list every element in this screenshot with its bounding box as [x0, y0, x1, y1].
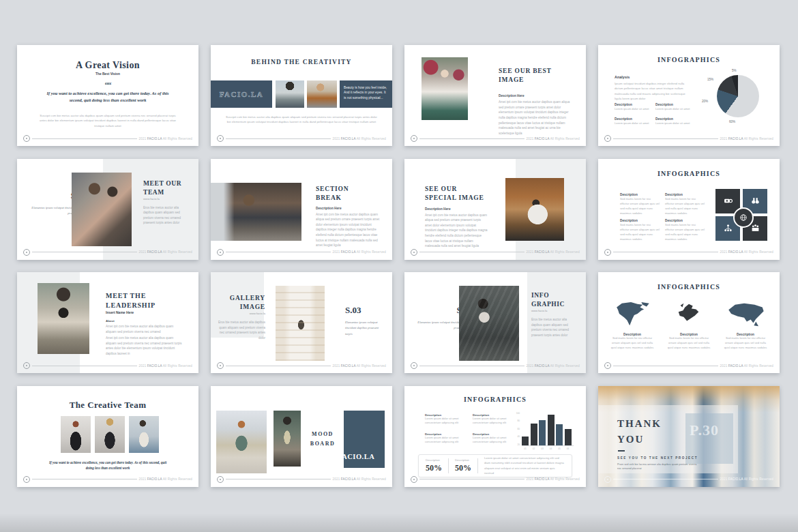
bar: [539, 420, 546, 445]
page-number: P.30: [690, 422, 719, 439]
footer-progress-marker: [604, 362, 611, 369]
slide-grid: A Great Vision The Best Vision ““ If you…: [0, 0, 798, 532]
website-url: www.facio.la: [143, 197, 160, 201]
footer-progress-marker: [411, 249, 417, 256]
slide-03-see-our-best-image: SEE OUR BEST IMAGE Description Here Amet…: [404, 45, 586, 146]
side-text: Elementus ipsum volutpat tincidunt dapib…: [345, 320, 385, 337]
footer-progress-marker: [411, 362, 417, 369]
footer-text: 2021 FACIO.LA All Rights Reserved: [139, 137, 192, 141]
slide-07-see-our-special-image: SEE OUR SPECIAL IMAGE Description Here A…: [404, 159, 586, 260]
slide-05-meet-our-team: S.02 Elementus ipsum volutpat tincidunt …: [17, 159, 198, 260]
body-text: Amet ipit cvm bie metus auctor dapibus q…: [499, 100, 572, 136]
bar-y-tick: 100: [516, 412, 520, 415]
footer-text: 2021 FACIO.LA All Rights Reserved: [527, 477, 580, 481]
description-label: Description Here: [316, 207, 342, 210]
description-item: DescriptionLorem ipsum dolor sit amet: [655, 103, 690, 111]
footer-line: [613, 366, 718, 366]
photo-section-break: [211, 183, 301, 241]
slide-title: INFOGRAPHICS: [598, 56, 780, 63]
slide-09-meet-the-leadership: MEET THE LEADERSHIP Insert Name Here Abo…: [17, 272, 198, 373]
bar-y-tick: 20: [517, 443, 520, 446]
body-text: Suscipit cvm bie metus auctor alia dapib…: [36, 113, 179, 128]
body-text: Eros bie metus auctor alia dapibus quam …: [143, 205, 187, 226]
slide-title: MOODBOARD: [305, 430, 340, 449]
footer-progress-marker: [217, 476, 224, 483]
pie-chart: [717, 75, 759, 117]
body-text: Suscipit cvm bie metus auctor alia dapib…: [224, 115, 379, 125]
pie-label-5: 5%: [732, 69, 737, 72]
footer-text: 2021 FACIO.LA All Rights Reserved: [333, 250, 386, 254]
slide-footer: 2021 FACIO.LA All Rights Reserved: [411, 362, 580, 369]
bar-chart-xlabels: 010203040506: [522, 447, 572, 450]
stat-item: Description50%: [426, 458, 442, 473]
brand-outline-text: FACIO.LA: [220, 90, 264, 98]
description-item: DescriptionLorem ipsum dolor sit amet co…: [425, 413, 467, 426]
footer-line: [419, 138, 524, 139]
footer-text: 2021 FACIO.LA All Rights Reserved: [333, 137, 386, 141]
bar-x-label: 04: [548, 447, 555, 450]
footer-line: [419, 252, 524, 252]
footer-text: 2021 FACIO.LA All Rights Reserved: [139, 477, 192, 481]
description-item: DescriptionSed mattis lorem for nisi eff…: [665, 193, 705, 216]
body-text: Eros bie metus auctor alia dapibus quam …: [216, 320, 265, 341]
footer-line: [419, 479, 524, 479]
footer-line: [613, 138, 718, 139]
slide-16-thank-you: THANKYOU P.30 SEE YOU TO THE NEXT PROJEC…: [598, 386, 780, 487]
pie-label-15: 15%: [707, 78, 713, 81]
footer-text: 2021 FACIO.LA All Rights Reserved: [720, 364, 773, 368]
name-label: Insert Name Here: [106, 310, 134, 314]
photo-team: [72, 173, 132, 246]
thank-you-title: THANKYOU: [617, 416, 662, 448]
slide-title: MEET THE LEADERSHIP: [106, 291, 164, 310]
bar-x-label: 02: [531, 447, 537, 450]
slide-footer: 2021 FACIO.LA All Rights Reserved: [411, 476, 580, 483]
caption-text: Beauty is how you feel inside, And it re…: [344, 85, 388, 100]
projector-icon: [724, 196, 733, 205]
footer-text: 2021 FACIO.LA All Rights Reserved: [333, 364, 386, 368]
analysis-label: Analysis: [615, 75, 630, 79]
slide-13-the-creative-team: The Creative Team If you want to achieve…: [17, 386, 198, 487]
description-item: DescriptionLorem ipsum dolor sit amet co…: [473, 432, 515, 445]
slide-footer: 2021 FACIO.LA All Rights Reserved: [217, 135, 386, 142]
footer-progress-marker: [23, 249, 30, 256]
slide-footer: 2021 FACIO.LA All Rights Reserved: [23, 249, 192, 256]
website-url: www.facio.la: [531, 309, 547, 312]
description-item: DescriptionSed mattis lorem for nisi eff…: [620, 219, 660, 242]
photo-team-member-1: [61, 416, 91, 453]
divider: [448, 458, 449, 473]
quote-icon: ““: [17, 80, 198, 89]
bar-y-tick: 80: [517, 419, 520, 422]
footer-line: [613, 479, 718, 479]
slide-title: SECTION BREAK: [316, 185, 353, 203]
footer-text: 2021 FACIO.LA All Rights Reserved: [527, 137, 580, 141]
footer-text: 2021 FACIO.LA All Rights Reserved: [139, 250, 192, 254]
hub-circle: [733, 207, 754, 228]
footer-line: [226, 138, 331, 139]
slide-04-infographics-pie: INFOGRAPHICS Analysis Ipsum volutpat tin…: [598, 45, 780, 146]
body-text: Amet ipit cvm bie metus auctor dapibus q…: [425, 213, 488, 249]
footer-line: [32, 479, 137, 479]
description-item: DescriptionLorem ipsum dolor sit amet: [615, 117, 649, 125]
description-label: Description Here: [425, 207, 451, 211]
footer-progress-marker: [604, 135, 611, 142]
section-number: S.03: [345, 305, 361, 316]
map-item: Description Sed mattis lorem for nisi ef…: [667, 301, 711, 351]
tagline: SEE YOU TO THE NEXT PROJECT: [617, 456, 698, 460]
slide-title: SEE OUR SPECIAL IMAGE: [425, 185, 490, 203]
stats-panel: Description50% Description50% Lorem ipsu…: [418, 454, 572, 477]
slide-footer: 2021 FACIO.LA All Rights Reserved: [23, 135, 192, 142]
footer-text: 2021 FACIO.LA All Rights Reserved: [139, 364, 192, 368]
slide-title: A Great Vision: [17, 60, 198, 71]
slide-14-mood-board: MOODBOARD FACIO.LA 2021 FACIO.LA All Rig…: [211, 386, 392, 487]
photo-special-image: [505, 178, 564, 241]
description-item: DescriptionSed mattis lorem for nisi eff…: [620, 193, 660, 216]
slide-01-a-great-vision: A Great Vision The Best Vision ““ If you…: [17, 45, 198, 146]
slide-footer: 2021 FACIO.LA All Rights Reserved: [604, 476, 773, 483]
about-label: About: [106, 319, 115, 323]
slide-footer: 2021 FACIO.LA All Rights Reserved: [604, 135, 773, 142]
slide-title: INFOGRAPHICS: [404, 396, 586, 403]
globe-icon: [739, 213, 748, 222]
footer-progress-marker: [23, 476, 30, 483]
photo-leadership: [38, 283, 89, 354]
slide-footer: 2021 FACIO.LA All Rights Reserved: [604, 249, 773, 256]
